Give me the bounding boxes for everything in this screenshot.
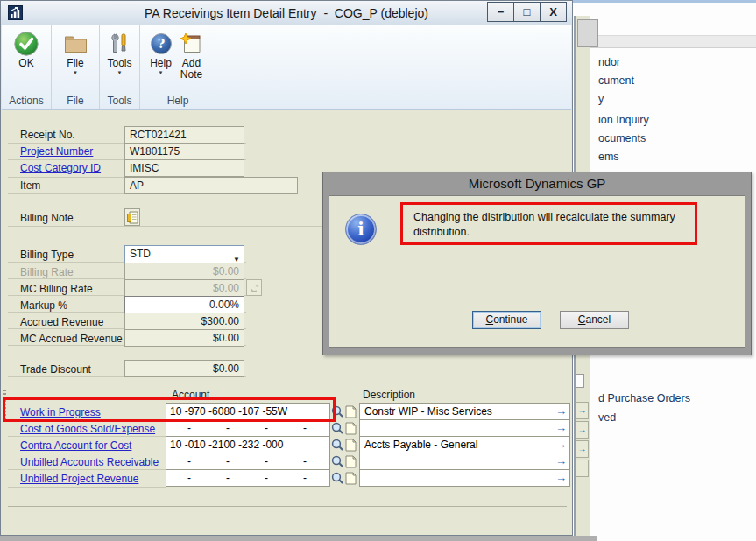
file-button-label: File	[67, 58, 83, 69]
project-number-field[interactable]: W1801175	[124, 143, 244, 160]
ok-button[interactable]: OK	[13, 30, 39, 69]
arrow-right-icon[interactable]: →	[555, 437, 567, 453]
info-icon: i	[345, 214, 377, 245]
arrow-right-icon: →	[576, 440, 589, 458]
ribbon-group-label: Actions	[2, 93, 51, 109]
billing-note-button[interactable]	[124, 208, 140, 226]
background-menu-item[interactable]: ved	[598, 411, 616, 424]
ribbon-group-help: ? Help ▼ Add Note Help	[140, 25, 215, 109]
project-number-label: Project Number	[20, 145, 93, 158]
background-menu-item[interactable]: ion Inquiry	[598, 114, 649, 126]
billing-rate-label: Billing Rate	[20, 266, 74, 278]
add-note-button-label: Add Note	[177, 58, 207, 81]
ribbon-group-label: File	[52, 93, 99, 109]
magnifier-icon[interactable]	[331, 439, 343, 454]
folder-icon	[64, 30, 88, 58]
account-field[interactable]: - - - -	[166, 453, 330, 470]
item-label: Item	[20, 179, 40, 192]
window-bottom-edge	[0, 536, 597, 541]
cancel-button-label: ancel	[585, 313, 611, 326]
arrow-right-icon[interactable]: →	[555, 404, 567, 419]
continue-button[interactable]: Continue	[472, 311, 541, 329]
markup-label: Markup %	[20, 299, 67, 312]
arrow-right-icon[interactable]: →	[555, 453, 567, 469]
cost-category-link[interactable]: Cost Category ID	[20, 162, 101, 174]
middle-window-corner	[577, 19, 598, 47]
billing-note-label: Billing Note	[20, 212, 74, 224]
unbilled-ar-link[interactable]: Unbilled Accounts Receivable	[20, 456, 159, 468]
background-menu-item[interactable]: d Purchase Orders	[598, 392, 690, 404]
help-button[interactable]: ? Help ▼	[150, 30, 173, 81]
background-window-top-edge	[573, 0, 756, 3]
description-field[interactable]: →	[359, 419, 570, 437]
background-menu-item[interactable]: cument	[598, 74, 634, 87]
background-menu-item[interactable]: ems	[598, 151, 619, 163]
add-note-button[interactable]: Add Note	[177, 30, 207, 81]
description-text: Accts Payable - General	[364, 439, 477, 451]
dialog-message: Changing the distribution will recalcula…	[413, 210, 711, 239]
ribbon-group-tools: Tools ▼ Tools	[100, 25, 140, 109]
tools-button[interactable]: Tools ▼	[107, 30, 131, 76]
ribbon-group-label: Help	[140, 93, 215, 109]
note-icon[interactable]	[345, 455, 357, 472]
continue-button-mnemonic: C	[485, 313, 493, 326]
description-field[interactable]: →	[359, 453, 570, 470]
account-field[interactable]: - - - -	[166, 419, 330, 437]
markup-field[interactable]: 0.00%	[124, 296, 244, 313]
background-menu-item[interactable]: ocuments	[598, 132, 646, 144]
table-row-label: Contra Account for Cost	[20, 439, 131, 452]
note-icon[interactable]	[345, 422, 357, 439]
description-field[interactable]: →	[359, 469, 570, 487]
account-field[interactable]: 10 -970 -6080 -107 -55W	[166, 403, 330, 420]
arrow-right-icon: →	[576, 402, 589, 419]
dynamics-gp-dialog: Microsoft Dynamics GP i Changing the dis…	[322, 172, 752, 355]
cost-of-goods-link[interactable]: Cost of Goods Sold/Expense	[20, 423, 155, 435]
cancel-button[interactable]: Cancel	[560, 311, 629, 329]
note-icon[interactable]	[345, 439, 357, 455]
window-edge-grip	[3, 390, 6, 421]
account-field[interactable]: - - - -	[166, 469, 330, 487]
project-number-link[interactable]: Project Number	[20, 145, 93, 158]
currency-expansion-button	[246, 279, 262, 296]
background-menu-item[interactable]: ndor	[598, 56, 620, 68]
magnifier-icon[interactable]	[331, 472, 343, 488]
arrow-right-icon[interactable]: →	[555, 470, 567, 486]
background-menu-item[interactable]: y	[598, 93, 604, 105]
description-field[interactable]: Constr WIP - Misc Services→	[359, 403, 570, 420]
close-button[interactable]: X	[540, 2, 567, 22]
help-icon: ?	[150, 30, 173, 58]
arrow-right-icon[interactable]: →	[555, 420, 567, 436]
accrued-revenue-field: $300.00	[124, 313, 244, 330]
table-row-label: Work in Progress	[20, 406, 101, 418]
minimize-button[interactable]: −	[487, 2, 514, 22]
billing-type-select[interactable]: STD ▼	[124, 245, 244, 263]
billing-rate-field: $0.00	[124, 263, 244, 280]
magnifier-icon[interactable]	[331, 455, 343, 471]
cost-category-field[interactable]: IMISC	[124, 159, 244, 177]
magnifier-icon[interactable]	[331, 422, 343, 438]
trade-discount-field: $0.00	[124, 360, 244, 377]
contra-account-link[interactable]: Contra Account for Cost	[20, 439, 131, 452]
unbilled-revenue-link[interactable]: Unbilled Project Revenue	[20, 473, 138, 485]
description-column-header: Description	[363, 389, 415, 401]
maximize-button[interactable]: □	[513, 2, 541, 22]
mc-billing-rate-label: MC Billing Rate	[20, 283, 93, 295]
trade-discount-label: Trade Discount	[20, 363, 91, 376]
magnifier-icon[interactable]	[331, 405, 343, 421]
file-button[interactable]: File ▼	[64, 30, 88, 76]
note-icon	[127, 211, 138, 224]
middle-window-cell	[576, 460, 589, 477]
work-in-progress-link[interactable]: Work in Progress	[20, 406, 101, 418]
item-field[interactable]: AP	[124, 177, 298, 194]
receipt-no-field[interactable]: RCT021421	[124, 126, 244, 144]
ribbon-toolbar: OK Actions File ▼ File	[2, 25, 571, 110]
description-field[interactable]: Accts Payable - General→	[359, 436, 570, 453]
mc-accrued-revenue-label: MC Accrued Revenue	[20, 333, 123, 345]
account-field[interactable]: 10 -010 -2100 -232 -000	[166, 436, 330, 453]
billing-type-label: Billing Type	[20, 249, 74, 261]
dialog-title: Microsoft Dynamics GP	[323, 172, 751, 194]
chevron-down-icon: ▼	[73, 69, 78, 76]
accrued-revenue-label: Accrued Revenue	[20, 316, 103, 328]
note-icon[interactable]	[345, 405, 357, 422]
note-icon[interactable]	[345, 472, 357, 488]
